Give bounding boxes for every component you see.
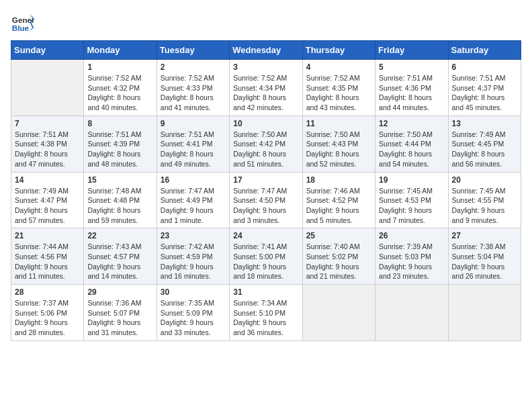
day-info: Sunrise: 7:52 AM Sunset: 4:35 PM Dayligh…	[306, 73, 371, 113]
day-cell: 9 Sunrise: 7:51 AM Sunset: 4:41 PM Dayli…	[157, 116, 229, 172]
day-number: 9	[161, 119, 226, 128]
day-info: Sunrise: 7:51 AM Sunset: 4:38 PM Dayligh…	[15, 130, 80, 169]
week-row-2: 7 Sunrise: 7:51 AM Sunset: 4:38 PM Dayli…	[11, 116, 521, 172]
day-number: 13	[452, 119, 517, 128]
logo: General Blue	[11, 11, 35, 35]
day-info: Sunrise: 7:36 AM Sunset: 5:07 PM Dayligh…	[87, 298, 152, 338]
day-cell: 27 Sunrise: 7:38 AM Sunset: 5:04 PM Dayl…	[448, 228, 521, 285]
day-number: 31	[233, 287, 298, 297]
day-cell	[448, 285, 521, 341]
day-cell: 26 Sunrise: 7:39 AM Sunset: 5:03 PM Dayl…	[375, 228, 448, 285]
day-info: Sunrise: 7:35 AM Sunset: 5:09 PM Dayligh…	[161, 298, 226, 338]
day-info: Sunrise: 7:47 AM Sunset: 4:49 PM Dayligh…	[161, 186, 226, 226]
day-number: 24	[233, 231, 298, 240]
day-number: 3	[233, 62, 298, 72]
day-info: Sunrise: 7:51 AM Sunset: 4:36 PM Dayligh…	[379, 73, 444, 113]
day-cell: 11 Sunrise: 7:50 AM Sunset: 4:43 PM Dayl…	[302, 116, 375, 172]
day-number: 6	[452, 62, 517, 72]
day-info: Sunrise: 7:52 AM Sunset: 4:34 PM Dayligh…	[233, 73, 298, 113]
day-number: 22	[87, 231, 152, 240]
header-day-thursday: Thursday	[302, 41, 375, 60]
day-number: 2	[161, 62, 226, 72]
day-info: Sunrise: 7:40 AM Sunset: 5:02 PM Dayligh…	[306, 242, 371, 281]
day-info: Sunrise: 7:37 AM Sunset: 5:06 PM Dayligh…	[15, 298, 80, 338]
day-number: 23	[161, 231, 226, 240]
day-cell: 13 Sunrise: 7:49 AM Sunset: 4:45 PM Dayl…	[448, 116, 521, 172]
header-day-saturday: Saturday	[448, 41, 521, 60]
week-row-5: 28 Sunrise: 7:37 AM Sunset: 5:06 PM Dayl…	[11, 285, 521, 341]
day-number: 1	[87, 62, 152, 72]
header-day-monday: Monday	[84, 41, 157, 60]
day-cell: 8 Sunrise: 7:51 AM Sunset: 4:39 PM Dayli…	[84, 116, 157, 172]
day-number: 20	[452, 175, 517, 185]
day-info: Sunrise: 7:51 AM Sunset: 4:41 PM Dayligh…	[161, 130, 226, 169]
day-number: 21	[15, 231, 80, 240]
week-row-4: 21 Sunrise: 7:44 AM Sunset: 4:56 PM Dayl…	[11, 228, 521, 285]
day-cell	[302, 285, 375, 341]
day-info: Sunrise: 7:51 AM Sunset: 4:39 PM Dayligh…	[87, 130, 152, 169]
header: General Blue	[11, 11, 521, 35]
day-info: Sunrise: 7:48 AM Sunset: 4:48 PM Dayligh…	[87, 186, 152, 226]
day-number: 28	[15, 287, 80, 297]
day-number: 5	[379, 62, 444, 72]
day-info: Sunrise: 7:49 AM Sunset: 4:47 PM Dayligh…	[15, 186, 80, 226]
day-info: Sunrise: 7:34 AM Sunset: 5:10 PM Dayligh…	[233, 298, 298, 338]
day-info: Sunrise: 7:51 AM Sunset: 4:37 PM Dayligh…	[452, 73, 517, 113]
day-info: Sunrise: 7:46 AM Sunset: 4:52 PM Dayligh…	[306, 186, 371, 226]
day-number: 11	[306, 119, 371, 128]
day-info: Sunrise: 7:43 AM Sunset: 4:57 PM Dayligh…	[87, 242, 152, 281]
day-cell: 6 Sunrise: 7:51 AM Sunset: 4:37 PM Dayli…	[448, 60, 521, 116]
day-number: 12	[379, 119, 444, 128]
day-cell: 31 Sunrise: 7:34 AM Sunset: 5:10 PM Dayl…	[230, 285, 302, 341]
day-info: Sunrise: 7:50 AM Sunset: 4:44 PM Dayligh…	[379, 130, 444, 169]
day-cell: 1 Sunrise: 7:52 AM Sunset: 4:32 PM Dayli…	[84, 60, 157, 116]
day-cell: 15 Sunrise: 7:48 AM Sunset: 4:48 PM Dayl…	[84, 172, 157, 228]
svg-text:Blue: Blue	[12, 24, 30, 32]
day-cell: 22 Sunrise: 7:43 AM Sunset: 4:57 PM Dayl…	[84, 228, 157, 285]
day-cell	[11, 60, 84, 116]
header-day-friday: Friday	[375, 41, 448, 60]
header-day-sunday: Sunday	[11, 41, 84, 60]
day-cell: 19 Sunrise: 7:45 AM Sunset: 4:53 PM Dayl…	[375, 172, 448, 228]
day-cell: 17 Sunrise: 7:47 AM Sunset: 4:50 PM Dayl…	[230, 172, 302, 228]
day-info: Sunrise: 7:50 AM Sunset: 4:42 PM Dayligh…	[233, 130, 298, 169]
day-info: Sunrise: 7:52 AM Sunset: 4:32 PM Dayligh…	[87, 73, 152, 113]
day-cell: 12 Sunrise: 7:50 AM Sunset: 4:44 PM Dayl…	[375, 116, 448, 172]
day-cell	[375, 285, 448, 341]
day-info: Sunrise: 7:50 AM Sunset: 4:43 PM Dayligh…	[306, 130, 371, 169]
day-info: Sunrise: 7:38 AM Sunset: 5:04 PM Dayligh…	[452, 242, 517, 281]
day-info: Sunrise: 7:41 AM Sunset: 5:00 PM Dayligh…	[233, 242, 298, 281]
day-cell: 23 Sunrise: 7:42 AM Sunset: 4:59 PM Dayl…	[157, 228, 229, 285]
day-cell: 10 Sunrise: 7:50 AM Sunset: 4:42 PM Dayl…	[230, 116, 302, 172]
day-info: Sunrise: 7:44 AM Sunset: 4:56 PM Dayligh…	[15, 242, 80, 281]
day-cell: 2 Sunrise: 7:52 AM Sunset: 4:33 PM Dayli…	[157, 60, 229, 116]
week-row-3: 14 Sunrise: 7:49 AM Sunset: 4:47 PM Dayl…	[11, 172, 521, 228]
header-day-wednesday: Wednesday	[230, 41, 302, 60]
day-number: 10	[233, 119, 298, 128]
header-day-tuesday: Tuesday	[157, 41, 229, 60]
day-cell: 3 Sunrise: 7:52 AM Sunset: 4:34 PM Dayli…	[230, 60, 302, 116]
day-cell: 20 Sunrise: 7:45 AM Sunset: 4:55 PM Dayl…	[448, 172, 521, 228]
day-number: 15	[87, 175, 152, 185]
day-info: Sunrise: 7:42 AM Sunset: 4:59 PM Dayligh…	[161, 242, 226, 281]
day-cell: 18 Sunrise: 7:46 AM Sunset: 4:52 PM Dayl…	[302, 172, 375, 228]
logo-icon: General Blue	[11, 11, 35, 35]
day-number: 27	[452, 231, 517, 240]
day-number: 18	[306, 175, 371, 185]
header-row: SundayMondayTuesdayWednesdayThursdayFrid…	[11, 41, 521, 60]
day-cell: 21 Sunrise: 7:44 AM Sunset: 4:56 PM Dayl…	[11, 228, 84, 285]
day-cell: 29 Sunrise: 7:36 AM Sunset: 5:07 PM Dayl…	[84, 285, 157, 341]
day-cell: 5 Sunrise: 7:51 AM Sunset: 4:36 PM Dayli…	[375, 60, 448, 116]
day-cell: 25 Sunrise: 7:40 AM Sunset: 5:02 PM Dayl…	[302, 228, 375, 285]
day-number: 25	[306, 231, 371, 240]
day-cell: 28 Sunrise: 7:37 AM Sunset: 5:06 PM Dayl…	[11, 285, 84, 341]
day-number: 4	[306, 62, 371, 72]
day-cell: 7 Sunrise: 7:51 AM Sunset: 4:38 PM Dayli…	[11, 116, 84, 172]
day-number: 8	[87, 119, 152, 128]
day-cell: 24 Sunrise: 7:41 AM Sunset: 5:00 PM Dayl…	[230, 228, 302, 285]
day-cell: 14 Sunrise: 7:49 AM Sunset: 4:47 PM Dayl…	[11, 172, 84, 228]
day-info: Sunrise: 7:39 AM Sunset: 5:03 PM Dayligh…	[379, 242, 444, 281]
day-number: 30	[161, 287, 226, 297]
day-info: Sunrise: 7:45 AM Sunset: 4:55 PM Dayligh…	[452, 186, 517, 226]
day-info: Sunrise: 7:49 AM Sunset: 4:45 PM Dayligh…	[452, 130, 517, 169]
